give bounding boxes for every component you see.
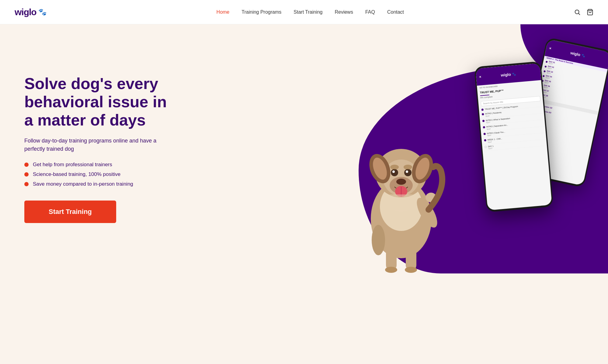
svg-point-3 [371, 179, 432, 258]
cart-button[interactable] [587, 9, 593, 15]
nav-faq[interactable]: FAQ [365, 9, 375, 15]
svg-point-18 [408, 151, 437, 186]
phone-front-header: × wiglo 🐾 [475, 63, 541, 86]
nav-home[interactable]: Home [217, 9, 230, 15]
hero-section: Solve dog's every behavioral issue in a … [0, 24, 608, 273]
phone-course-title: TRUST ME, PUP™ [477, 84, 542, 95]
nav-contact[interactable]: Contact [387, 9, 404, 15]
search-icon [574, 9, 581, 15]
lesson-title: INTRO | What is Separation [486, 117, 510, 122]
svg-line-1 [578, 13, 580, 15]
day-dot [540, 89, 542, 91]
svg-point-15 [390, 165, 399, 170]
lesson-sub: TEXT [487, 133, 506, 137]
cart-icon [587, 9, 593, 15]
svg-point-27 [405, 267, 417, 273]
bullet-item-3: Save money compared to in-person trainin… [24, 181, 170, 187]
svg-point-19 [370, 156, 390, 181]
day-item: DAY 24TEXT [540, 73, 604, 91]
day-item: DAY 27TEXT [537, 87, 601, 105]
svg-point-22 [426, 193, 436, 202]
phone-progress: 8% complete [478, 91, 542, 100]
lesson-sub: TEXT [488, 140, 502, 143]
header-actions [574, 9, 593, 15]
dog-svg [349, 103, 453, 273]
hero-content: Solve dog's every behavioral issue in a … [0, 50, 195, 247]
phone-front-mockup: × wiglo 🐾 GO TO DASHBOARD TRUST ME, PUP™… [474, 61, 554, 212]
svg-point-16 [404, 165, 412, 170]
phone-list-item: DAY 1 TEXT [482, 139, 547, 151]
logo-text: wiglo [15, 7, 36, 17]
go-to-dashboard: GO TO DASHBOARD [477, 80, 541, 89]
search-button[interactable] [574, 9, 581, 15]
day-dot [540, 84, 543, 87]
hero-title: Solve dog's every behavioral issue in a … [24, 75, 170, 129]
lesson-dot [482, 120, 485, 122]
lesson-title: INTRO | Pandemic [485, 112, 502, 115]
day-dot-empty [538, 94, 540, 96]
day-dot [544, 70, 546, 72]
svg-point-12 [404, 169, 412, 176]
svg-point-7 [390, 177, 413, 194]
bullet-item-1: Get help from professional trainers [24, 162, 170, 168]
svg-point-4 [380, 182, 422, 231]
svg-rect-25 [406, 246, 416, 270]
dog-illustration [349, 103, 453, 273]
day-dot-empty [536, 105, 538, 107]
site-header: wiglo 🐾 Home Training Programs Start Tra… [0, 0, 608, 24]
day-item: DAY 23TEXT [541, 68, 605, 87]
day-dot [541, 80, 544, 82]
svg-point-17 [366, 151, 394, 186]
nav-start-training[interactable]: Start Training [294, 9, 322, 15]
lesson-title: TRUST ME, PUP™ | 28-Day Program [485, 105, 518, 111]
phone-list-item: TRUST ME, PUP™ | 28-Day Program [479, 102, 544, 112]
nav-training-programs[interactable]: Training Programs [241, 9, 281, 15]
svg-point-26 [385, 267, 397, 273]
lesson-title: DAY 1 [488, 145, 494, 148]
phone-front-logo: wiglo [501, 72, 511, 77]
lesson-title: INTRO | Separation An... [486, 124, 508, 129]
phone-search: Search by lesson title [481, 96, 540, 106]
phone-close-icon: × [479, 75, 481, 79]
lesson-dot [481, 108, 484, 111]
phone-list-item: INTRO | Separation An... TEXT [480, 120, 545, 132]
day-dot [543, 75, 545, 77]
phone-front-paw: 🐾 [512, 72, 516, 76]
phone-list-item: INTRO | Equip You... TEXT [481, 126, 546, 139]
start-training-button[interactable]: Start Training [24, 201, 116, 223]
nav-reviews[interactable]: Reviews [335, 9, 353, 15]
svg-point-9 [395, 186, 407, 197]
lesson-dot-empty [485, 146, 487, 148]
day-item: DAY 28TEXT [536, 92, 600, 110]
bullet-dot-icon [24, 163, 29, 167]
day-item: DAY 26TEXT [538, 83, 602, 101]
svg-point-11 [391, 169, 398, 176]
day-item: DAY 25TEXT [539, 78, 603, 96]
hero-bullets-list: Get help from professional trainers Scie… [24, 162, 170, 187]
day-dot-empty [535, 109, 537, 112]
lesson-dot [482, 113, 484, 116]
lesson-sub: TEXT [486, 126, 508, 130]
day-item: Conclusion 2/2TEXT [533, 108, 597, 126]
lesson-sub: TEXT [488, 147, 494, 150]
main-nav: Home Training Programs Start Training Re… [217, 9, 404, 15]
phone-front-screen: × wiglo 🐾 GO TO DASHBOARD TRUST ME, PUP™… [475, 63, 552, 211]
lesson-dot [483, 126, 485, 129]
phone-list-item: INTRO | What is Separation TEXT [480, 113, 544, 125]
svg-point-21 [413, 195, 441, 230]
svg-rect-24 [386, 246, 397, 270]
phone-list-item: INTRO | Pandemic TEXT [479, 107, 544, 119]
lesson-title: INTRO | Equip You... [487, 131, 505, 135]
lesson-sub: TEXT [485, 114, 502, 117]
svg-point-23 [372, 225, 385, 255]
phone-list-item: WEEK 1 - Chill... TEXT [481, 133, 546, 145]
svg-point-8 [396, 179, 406, 185]
hero-subtitle: Follow day-to-day training programs onli… [24, 137, 170, 153]
svg-point-13 [392, 170, 395, 173]
bullet-dot-icon [24, 182, 29, 186]
day-item: Conclusion 1/2TEXT [533, 103, 598, 121]
lesson-dot [484, 133, 486, 135]
logo[interactable]: wiglo 🐾 [15, 7, 47, 17]
svg-point-5 [375, 149, 427, 197]
hero-corner-decoration [499, 24, 608, 91]
